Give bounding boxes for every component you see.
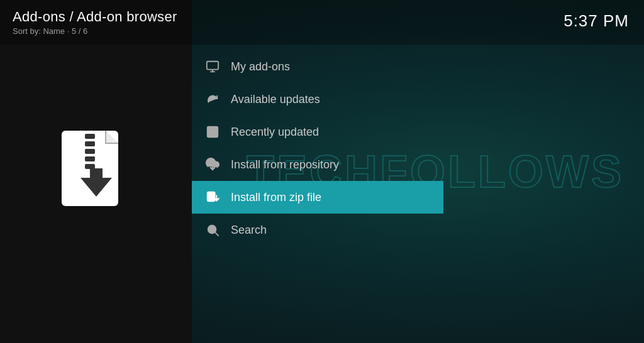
menu-item-available-updates[interactable]: Available updates: [192, 83, 443, 116]
menu-label-search: Search: [231, 224, 267, 237]
menu-label-install-from-repository: Install from repository: [231, 158, 339, 172]
menu-label-install-from-zip: Install from zip file: [231, 191, 321, 204]
menu-label-recently-updated: Recently updated: [231, 126, 319, 139]
menu: My add-ons Available updates Recently up…: [192, 50, 443, 246]
menu-label-my-addons: My add-ons: [231, 60, 290, 74]
svg-rect-3: [85, 134, 95, 139]
menu-item-my-addons[interactable]: My add-ons: [192, 50, 443, 83]
svg-rect-7: [85, 164, 95, 169]
svg-line-19: [215, 232, 218, 236]
menu-item-install-from-zip[interactable]: Install from zip file: [192, 181, 443, 214]
clock: 5:37 PM: [564, 11, 629, 31]
cloud-down-icon: [204, 156, 221, 173]
svg-rect-5: [85, 149, 95, 154]
menu-label-available-updates: Available updates: [231, 93, 320, 106]
page-title: Add-ons / Add-on browser: [13, 9, 631, 25]
zip-file-icon: [46, 121, 147, 222]
svg-rect-6: [85, 156, 95, 161]
left-panel: [0, 0, 192, 343]
menu-item-search[interactable]: Search: [192, 214, 443, 246]
svg-rect-4: [85, 141, 95, 146]
svg-rect-8: [207, 62, 218, 70]
menu-item-recently-updated[interactable]: Recently updated: [192, 116, 443, 148]
monitor-icon: [204, 58, 221, 75]
page-subtitle: Sort by: Name · 5 / 6: [13, 26, 631, 36]
zip-upload-icon: [204, 189, 221, 205]
search-icon: [204, 222, 221, 238]
menu-item-install-from-repository[interactable]: Install from repository: [192, 148, 443, 181]
header: Add-ons / Add-on browser Sort by: Name ·…: [0, 0, 644, 45]
box-refresh-icon: [204, 124, 221, 140]
refresh-icon: [204, 91, 221, 107]
